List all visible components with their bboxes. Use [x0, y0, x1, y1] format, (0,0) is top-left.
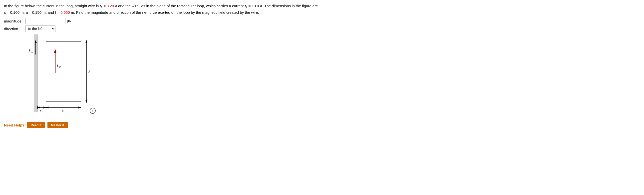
- I2-value: 10.0: [252, 4, 259, 8]
- problem-text-part1: In the figure below, the current in the …: [4, 4, 107, 8]
- direction-select[interactable]: to the left to the right upward downward: [26, 26, 56, 32]
- a-right-arrowhead: [78, 106, 81, 108]
- problem-statement: In the figure below, the current in the …: [4, 3, 354, 16]
- need-help-section: Need Help? Read It Master It: [4, 122, 640, 128]
- c-label: c: [40, 108, 42, 112]
- c-left-arrowhead: [38, 106, 40, 108]
- physics-figure: I 1 I 2 ℓ c a i: [19, 35, 104, 119]
- read-it-button[interactable]: Read It: [27, 122, 45, 128]
- I2-arrowhead: [54, 49, 56, 53]
- problem-text-part3: A. The dimensions in the figure are: [259, 4, 318, 8]
- magnitude-unit: μN: [67, 19, 72, 23]
- problem-text-part4: c = 0.100 m, a = 0.150 m, and ℓ =: [4, 10, 60, 15]
- info-icon-label: i: [92, 109, 93, 113]
- ell-value: 0.550: [60, 10, 70, 15]
- problem-text-part5: m. Find the magnitude and direction of t…: [70, 10, 259, 15]
- need-help-label: Need Help?: [4, 123, 25, 127]
- problem-text-part2: A and the wire lies in the plane of the …: [114, 4, 252, 8]
- ell-label: ℓ: [88, 70, 90, 74]
- rectangular-loop: [46, 42, 81, 101]
- magnitude-label: magnitude: [4, 19, 24, 23]
- I2-label: I: [57, 64, 58, 68]
- a-left-arrowhead: [46, 106, 48, 108]
- a-label: a: [62, 108, 64, 112]
- ell-bottom-arrowhead: [86, 100, 88, 103]
- direction-label: direction: [4, 27, 24, 31]
- I1-value: 8.20: [107, 4, 114, 8]
- c-right-arrowhead: [44, 106, 46, 108]
- magnitude-input[interactable]: [26, 18, 66, 24]
- master-it-button[interactable]: Master It: [48, 122, 68, 128]
- I1-label: I: [29, 48, 30, 52]
- I1-subscript: 1: [31, 50, 33, 53]
- magnitude-row: magnitude μN: [4, 18, 640, 24]
- direction-row: direction to the left to the right upwar…: [4, 26, 640, 32]
- ell-top-arrowhead: [86, 40, 88, 43]
- I2-subscript: 2: [59, 66, 61, 69]
